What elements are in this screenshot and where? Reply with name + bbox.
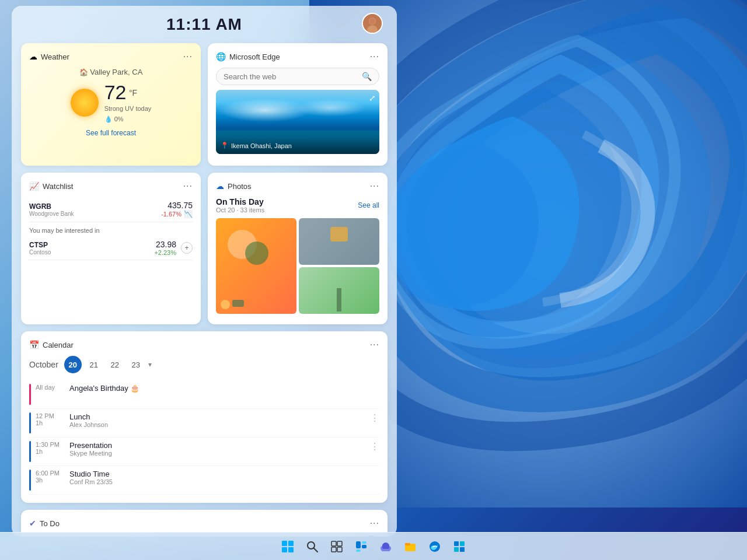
calendar-more-button[interactable]: ··· (370, 340, 379, 350)
svg-point-4 (369, 18, 376, 24)
watchlist-more-button[interactable]: ··· (183, 181, 193, 191)
taskbar-icons (276, 535, 471, 558)
calendar-widget: 📅 Calendar ··· October 20 21 22 23 ▾ (21, 331, 388, 503)
panel-header: 11:11 AM (21, 15, 388, 34)
photo-item-3[interactable] (299, 267, 379, 314)
svg-rect-30 (460, 547, 465, 552)
svg-rect-11 (331, 541, 336, 546)
event-studio-time: 6:00 PM (36, 470, 65, 477)
plant-stem (337, 288, 341, 312)
event-bar-birthday (29, 384, 31, 405)
event-birthday-name: Angela's Birthday 🎂 (69, 384, 139, 393)
time-display: 11:11 AM (166, 15, 242, 34)
watchlist-header: 📈 Watchlist ··· (29, 181, 193, 191)
taskbar-chat-button[interactable] (374, 535, 397, 558)
svg-rect-14 (337, 547, 342, 552)
svg-rect-18 (356, 550, 361, 552)
svg-rect-13 (331, 547, 336, 552)
cal-day-23[interactable]: 23 (127, 356, 145, 373)
stock-row-2: CTSP Contoso 23.98 +2.23% + (29, 236, 193, 260)
event-presentation-time: 1:30 PM (36, 441, 65, 448)
edge-title: Microsoft Edge (229, 52, 280, 61)
taskbar-search-button[interactable] (301, 535, 324, 558)
todo-header: ✔ To Do ··· (29, 518, 379, 528)
taskbar-edge-button[interactable] (423, 535, 446, 558)
event-lunch-time: 12 PM (36, 412, 65, 419)
taskbar-store-button[interactable] (448, 535, 471, 558)
stock-row-1: WGRB Woodgrove Bank 435.75 -1.67% 📉 (29, 197, 193, 222)
svg-rect-8 (288, 547, 294, 552)
tea-cup-icon (232, 300, 244, 307)
svg-point-9 (308, 542, 315, 549)
cal-day-20[interactable]: 20 (64, 356, 82, 373)
calendar-header: 📅 Calendar ··· (29, 340, 379, 350)
cal-day-21[interactable]: 21 (85, 356, 103, 373)
edge-widget-header: 🌐 Microsoft Edge ··· (216, 51, 379, 62)
photos-widget: ☁ Photos ··· On This Day Oct 20 · 33 ite… (208, 173, 388, 324)
event-lunch-more[interactable]: ⋮ (370, 412, 379, 424)
svg-rect-29 (454, 547, 459, 552)
photos-grid (216, 218, 379, 316)
cal-day-22[interactable]: 22 (106, 356, 124, 373)
stock2-price: 23.98 (154, 240, 176, 249)
calendar-title: Calendar (43, 341, 74, 349)
event-lunch-duration: 1h (36, 419, 65, 426)
stock1-change: -1.67% (161, 211, 181, 218)
stock2-name: CTSP (29, 241, 51, 249)
svg-rect-7 (282, 547, 287, 552)
photos-more-button[interactable]: ··· (370, 181, 379, 191)
weather-unit: °F (129, 88, 137, 97)
event-presentation-name: Presentation (69, 441, 112, 450)
add-stock-button[interactable]: + (181, 242, 193, 254)
event-allday-label: All day (36, 384, 65, 391)
svg-rect-15 (356, 541, 361, 548)
event-lunch-detail: Alex Johnson (69, 421, 108, 428)
svg-rect-5 (282, 541, 287, 546)
calendar-chevron-icon[interactable]: ▾ (148, 360, 152, 369)
stock1-bank: Woodgrove Bank (29, 211, 74, 217)
photos-title: Photos (228, 182, 251, 191)
event-row-lunch: 12 PM 1h Lunch Alex Johnson ⋮ (29, 409, 379, 438)
event-presentation-detail: Skype Meeting (69, 450, 112, 457)
calendar-nav: October 20 21 22 23 ▾ (29, 356, 379, 373)
edge-more-button[interactable]: ··· (370, 51, 379, 62)
svg-rect-6 (288, 541, 294, 546)
svg-line-10 (314, 548, 317, 552)
stock1-graph-icon: 📉 (184, 210, 193, 218)
taskbar (0, 532, 747, 560)
weather-rain: 0% (114, 116, 124, 123)
weather-sun-icon (71, 89, 99, 117)
event-row-studio: 6:00 PM 3h Studio Time Conf Rm 23/35 (29, 466, 379, 495)
photos-subtitle: Oct 20 · 33 items (216, 206, 264, 214)
weather-condition: Strong UV today (104, 105, 152, 112)
weather-widget: ☁ Weather ··· 🏠 Valley Park, CA 72 °F St… (21, 43, 201, 166)
event-presentation-more[interactable]: ⋮ (370, 441, 379, 452)
start-button[interactable] (276, 535, 299, 558)
stock1-price: 435.75 (161, 201, 193, 210)
edge-search-input[interactable] (224, 72, 357, 81)
widgets-panel: 11:11 AM ☁ Weather ··· 🏠 Valley (12, 6, 397, 537)
stock1-name: WGRB (29, 202, 74, 211)
photos-see-all-link[interactable]: See all (358, 201, 379, 209)
event-lunch-name: Lunch (69, 412, 108, 421)
taskbar-files-button[interactable] (399, 535, 422, 558)
svg-rect-23 (382, 544, 389, 549)
calendar-month: October (29, 360, 58, 369)
weather-location: 🏠 Valley Park, CA (29, 68, 193, 76)
svg-rect-27 (454, 541, 459, 546)
photos-header: ☁ Photos ··· (216, 181, 379, 191)
taskbar-widgets-button[interactable] (350, 535, 373, 558)
todo-more-button[interactable]: ··· (370, 518, 379, 528)
forecast-link[interactable]: See full forecast (29, 129, 193, 137)
edge-search-bar[interactable]: 🔍 (216, 68, 379, 85)
weather-more-button[interactable]: ··· (183, 51, 193, 62)
weather-temperature: 72 (104, 81, 127, 103)
edge-expand-icon[interactable]: ⤢ (369, 93, 376, 103)
calendar-days: 20 21 22 23 ▾ (64, 356, 152, 373)
photo-item-1[interactable] (216, 218, 296, 314)
task-view-button[interactable] (325, 535, 348, 558)
photo-item-2[interactable] (299, 218, 379, 265)
event-bar-studio (29, 470, 31, 491)
user-avatar[interactable] (362, 13, 383, 34)
event-presentation-duration: 1h (36, 448, 65, 455)
